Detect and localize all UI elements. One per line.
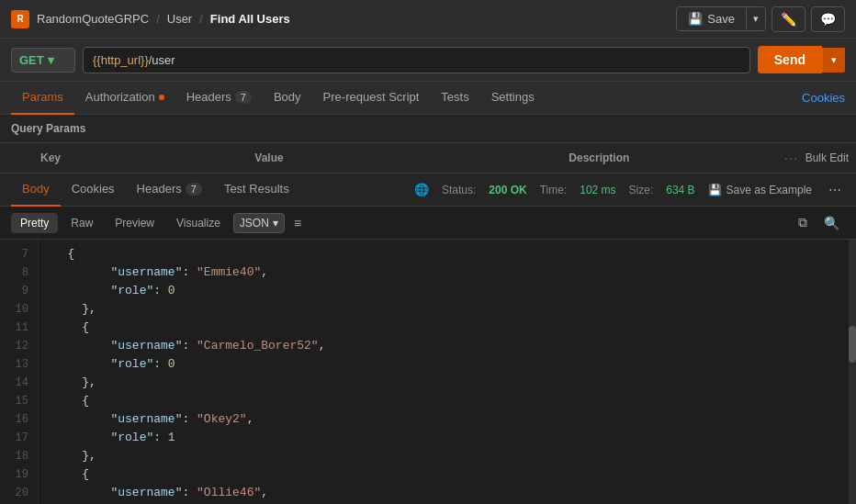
cookies-link[interactable]: Cookies	[802, 91, 845, 105]
tab-params[interactable]: Params	[11, 82, 74, 115]
tab-body[interactable]: Body	[263, 82, 312, 115]
line-number: 18	[0, 447, 38, 465]
resp-tab-cookies-label: Cookies	[72, 182, 115, 196]
line-number: 10	[0, 300, 38, 319]
send-button[interactable]: Send	[758, 46, 822, 73]
code-line: {	[53, 319, 856, 337]
save-icon: 💾	[688, 12, 703, 26]
save-example-label: Save as Example	[726, 184, 812, 196]
save-label: Save	[707, 12, 735, 26]
request-tabs: Params Authorization Headers 7 Body Pre-…	[0, 82, 856, 115]
resp-tab-cookies[interactable]: Cookies	[61, 174, 126, 207]
tab-settings[interactable]: Settings	[480, 82, 546, 115]
code-line: "username": "Emmie40",	[53, 263, 856, 282]
params-desc-col: Description	[561, 148, 775, 168]
save-button[interactable]: 💾 Save	[677, 7, 746, 30]
save-btn-group: 💾 Save ▾	[676, 6, 766, 31]
resp-headers-badge: 7	[186, 183, 202, 196]
tab-pre-request[interactable]: Pre-request Script	[312, 82, 431, 115]
wrap-lines-button[interactable]: ≡	[288, 213, 307, 233]
response-tabs-bar: Body Cookies Headers 7 Test Results 🌐 St…	[0, 174, 856, 207]
line-number: 16	[0, 410, 38, 429]
url-template-part: {{http_url}}	[93, 53, 149, 67]
code-line: "role": 0	[53, 355, 856, 374]
code-line: "username": "Carmelo_Borer52",	[53, 337, 856, 355]
line-number: 19	[0, 465, 38, 484]
resp-tab-body-label: Body	[22, 182, 50, 196]
send-dropdown-button[interactable]: ▾	[822, 48, 845, 73]
bulk-edit-button[interactable]: Bulk Edit	[805, 151, 849, 164]
code-line: "username": "Okey2",	[53, 410, 856, 429]
line-numbers: 789101112131415161718192021	[0, 240, 39, 504]
status-code: 200 OK	[489, 184, 526, 196]
tab-pre-request-label: Pre-request Script	[323, 90, 420, 104]
format-right-icons: ⧉ 🔍	[793, 212, 845, 233]
fmt-tab-preview[interactable]: Preview	[106, 213, 163, 233]
method-select[interactable]: GET ▾	[11, 48, 75, 73]
query-params-label: Query Params	[11, 122, 85, 135]
resp-tab-headers-label: Headers	[137, 182, 182, 196]
size-label: Size:	[629, 184, 654, 196]
line-number: 11	[0, 319, 38, 337]
line-number: 14	[0, 374, 38, 392]
code-line: "role": 1	[53, 429, 856, 447]
code-line: "username": "Ollie46",	[53, 484, 856, 502]
breadcrumb-collection: RandomQuoteGRPC	[37, 12, 149, 26]
fmt-tab-visualize[interactable]: Visualize	[167, 213, 230, 233]
resp-tab-body[interactable]: Body	[11, 174, 61, 207]
resp-tab-test-results[interactable]: Test Results	[213, 174, 300, 207]
tab-authorization-label: Authorization	[85, 90, 155, 104]
scrollbar-thumb[interactable]	[849, 326, 856, 363]
tab-tests-label: Tests	[441, 90, 468, 104]
scrollbar-track[interactable]	[849, 240, 856, 504]
params-key-col: Key	[33, 148, 247, 168]
code-line: {	[53, 465, 856, 484]
edit-icon-button[interactable]: ✏️	[772, 6, 805, 32]
tab-authorization[interactable]: Authorization	[74, 82, 175, 115]
resp-tab-headers[interactable]: Headers 7	[126, 174, 213, 207]
code-line: {	[53, 392, 856, 410]
code-line: "role": 0	[53, 282, 856, 300]
line-number: 13	[0, 355, 38, 374]
status-label: Status:	[442, 184, 476, 196]
response-more-button[interactable]: ⋯	[825, 183, 845, 197]
size-value: 634 B	[666, 184, 694, 196]
tab-params-label: Params	[22, 90, 63, 104]
url-bar: GET ▾ {{http_url}}/user Send ▾	[0, 39, 856, 82]
globe-icon: 🌐	[414, 183, 429, 196]
copy-button[interactable]: ⧉	[793, 212, 813, 233]
authorization-dot-indicator	[159, 95, 164, 100]
comment-icon-button[interactable]: 💬	[811, 6, 845, 32]
format-select[interactable]: JSON ▾	[233, 213, 285, 233]
fmt-tab-pretty[interactable]: Pretty	[11, 213, 58, 233]
breadcrumb-sep-1: /	[156, 12, 160, 26]
breadcrumb-current: Find All Users	[210, 12, 290, 26]
line-number: 7	[0, 245, 38, 263]
format-toolbar: Pretty Raw Preview Visualize JSON ▾ ≡ ⧉ …	[0, 207, 856, 240]
search-button[interactable]: 🔍	[818, 212, 845, 233]
code-viewer: 789101112131415161718192021 { "username"…	[0, 240, 856, 504]
breadcrumb-area: R RandomQuoteGRPC / User / Find All User…	[11, 10, 290, 28]
format-select-arrow-icon: ▾	[273, 217, 278, 230]
code-content: { "username": "Emmie40", "role": 0 }, { …	[39, 240, 856, 504]
url-input-display[interactable]: {{http_url}}/user	[83, 47, 750, 73]
app-icon: R	[11, 10, 29, 28]
tab-tests[interactable]: Tests	[430, 82, 479, 115]
save-as-example-button[interactable]: 💾 Save as Example	[708, 184, 812, 196]
breadcrumb-sep-2: /	[199, 12, 203, 26]
tab-headers[interactable]: Headers 7	[175, 82, 263, 115]
code-line: },	[53, 300, 856, 319]
code-line: {	[53, 245, 856, 263]
time-value: 102 ms	[580, 184, 615, 196]
tab-headers-label: Headers	[186, 90, 231, 104]
save-dropdown-button[interactable]: ▾	[746, 8, 765, 29]
code-line: },	[53, 447, 856, 465]
resp-tab-test-results-label: Test Results	[224, 182, 289, 196]
toolbar-actions: 💾 Save ▾ ✏️ 💬	[676, 6, 845, 32]
save-example-disk-icon: 💾	[708, 184, 722, 196]
fmt-tab-raw[interactable]: Raw	[62, 213, 102, 233]
params-more-icon: ⋯	[783, 150, 798, 167]
line-number: 20	[0, 484, 38, 502]
line-number: 9	[0, 282, 38, 300]
top-bar: R RandomQuoteGRPC / User / Find All User…	[0, 0, 856, 39]
